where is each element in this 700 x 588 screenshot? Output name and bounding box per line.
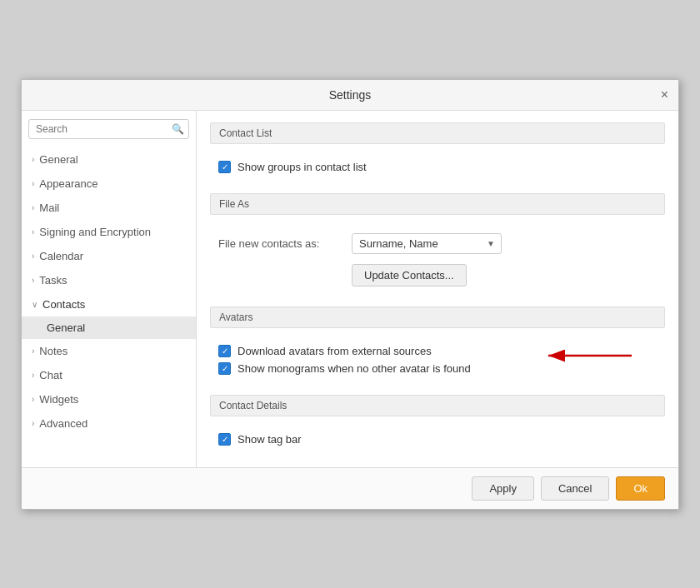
chevron-right-icon: ›	[32, 252, 34, 261]
show-tag-bar-label: Show tag bar	[238, 433, 302, 446]
dialog-header: Settings ×	[22, 80, 678, 111]
settings-dialog: Settings × 🔍 › General › Appearance › Ma…	[21, 79, 679, 510]
sidebar-item-contacts[interactable]: ∨ Contacts	[22, 292, 196, 316]
update-contacts-button[interactable]: Update Contacts...	[352, 264, 467, 287]
close-button[interactable]: ×	[661, 88, 668, 102]
sidebar-item-label: Mail	[39, 202, 59, 214]
file-as-section-header: File As	[210, 193, 665, 215]
chevron-right-icon: ›	[32, 346, 34, 356]
sidebar-item-label: Calendar	[39, 250, 83, 262]
sidebar-item-tasks[interactable]: › Tasks	[22, 268, 196, 292]
show-groups-label: Show groups in contact list	[238, 161, 367, 173]
chevron-right-icon: ›	[32, 179, 34, 188]
cancel-button[interactable]: Cancel	[541, 476, 609, 501]
sidebar-item-mail[interactable]: › Mail	[22, 196, 196, 220]
sidebar-item-chat[interactable]: › Chat	[22, 363, 196, 387]
sidebar-item-label: Notes	[39, 345, 68, 357]
contact-details-section-header: Contact Details	[210, 395, 665, 416]
chevron-right-icon: ›	[32, 371, 34, 380]
download-avatars-checkbox[interactable]: ✓	[218, 345, 231, 357]
file-new-contacts-row: File new contacts as: Surname, NameName,…	[218, 233, 657, 254]
show-groups-row: ✓ Show groups in contact list	[218, 161, 657, 173]
sidebar-item-general[interactable]: › General	[22, 147, 196, 172]
update-contacts-row: Update Contacts...	[218, 261, 657, 292]
file-as-content: File new contacts as: Surname, NameName,…	[210, 223, 665, 295]
sidebar-item-advanced[interactable]: › Advanced	[22, 411, 196, 436]
sidebar-item-notes[interactable]: › Notes	[22, 339, 196, 363]
main-content: Contact List ✓ Show groups in contact li…	[197, 111, 678, 467]
search-input[interactable]	[28, 119, 189, 139]
dialog-body: 🔍 › General › Appearance › Mail › Signin…	[22, 111, 678, 467]
red-arrow-annotation	[540, 343, 640, 368]
search-icon: 🔍	[172, 123, 184, 135]
download-avatars-label: Download avatars from external sources	[238, 345, 432, 357]
contact-list-content: ✓ Show groups in contact list	[210, 152, 665, 182]
avatars-section-header: Avatars	[210, 306, 665, 328]
apply-button[interactable]: Apply	[472, 476, 534, 501]
avatars-content: ✓ Download avatars from external sources…	[210, 336, 665, 383]
chevron-right-icon: ›	[32, 155, 34, 164]
sidebar-item-label: Tasks	[39, 274, 67, 287]
sidebar-item-label: Appearance	[39, 177, 98, 190]
chevron-right-icon: ›	[32, 203, 34, 212]
sidebar-item-label: Signing and Encryption	[39, 226, 151, 238]
chevron-right-icon: ›	[32, 227, 34, 237]
file-as-select[interactable]: Surname, NameName, SurnameNameSurname	[352, 233, 502, 254]
sidebar-item-signing[interactable]: › Signing and Encryption	[22, 220, 196, 244]
dialog-footer: Apply Cancel Ok	[22, 467, 678, 509]
sidebar: 🔍 › General › Appearance › Mail › Signin…	[22, 111, 197, 467]
dialog-title: Settings	[329, 88, 372, 102]
show-groups-checkbox[interactable]: ✓	[218, 161, 231, 173]
search-box: 🔍	[28, 119, 189, 139]
show-monograms-checkbox[interactable]: ✓	[218, 362, 231, 375]
sidebar-item-label: General	[39, 153, 78, 166]
sidebar-item-label: Contacts	[42, 298, 85, 311]
sidebar-item-appearance[interactable]: › Appearance	[22, 172, 196, 196]
contact-list-section-header: Contact List	[210, 122, 665, 144]
sidebar-item-widgets[interactable]: › Widgets	[22, 387, 196, 411]
show-monograms-label: Show monograms when no other avatar is f…	[238, 362, 471, 375]
sidebar-subitem-label: General	[47, 321, 85, 334]
sidebar-item-calendar[interactable]: › Calendar	[22, 244, 196, 268]
chevron-right-icon: ›	[32, 419, 34, 428]
show-tag-bar-checkbox[interactable]: ✓	[218, 433, 231, 446]
sidebar-subitem-contacts-general[interactable]: General	[22, 316, 196, 339]
chevron-right-icon: ›	[32, 395, 34, 404]
show-tag-bar-row: ✓ Show tag bar	[218, 433, 657, 446]
contact-details-content: ✓ Show tag bar	[210, 425, 665, 454]
ok-button[interactable]: Ok	[616, 476, 665, 501]
file-new-contacts-label: File new contacts as:	[218, 237, 352, 250]
chevron-down-icon: ∨	[32, 300, 38, 309]
sidebar-item-label: Chat	[39, 369, 62, 381]
sidebar-item-label: Widgets	[39, 393, 78, 406]
sidebar-item-label: Advanced	[39, 417, 88, 430]
file-as-select-wrapper: Surname, NameName, SurnameNameSurname	[352, 233, 502, 254]
chevron-right-icon: ›	[32, 276, 34, 285]
